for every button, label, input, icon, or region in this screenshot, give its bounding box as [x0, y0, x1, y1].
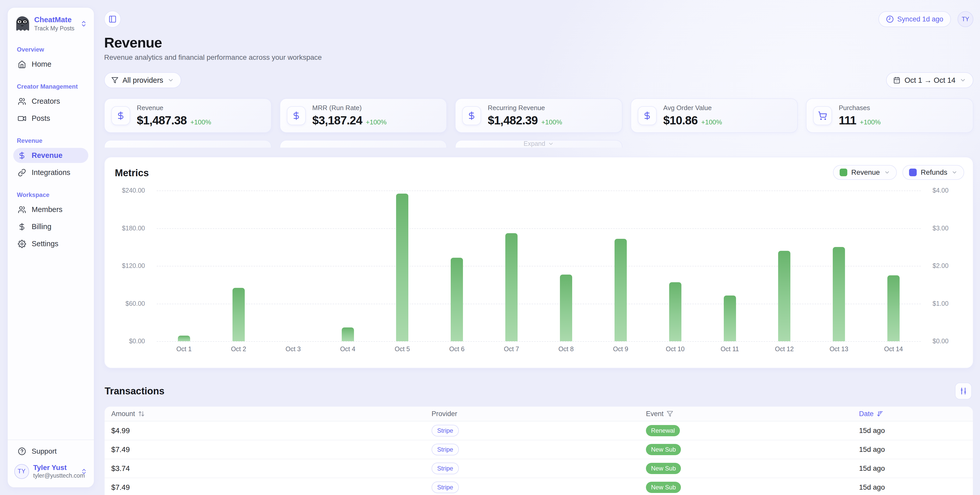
- stat-delta: +100%: [190, 118, 211, 126]
- user-avatar: TY: [14, 464, 29, 479]
- column-header-event[interactable]: Event: [646, 410, 859, 418]
- nav-item-icon: [18, 169, 26, 177]
- user-menu[interactable]: TY Tyler Yust tyler@yusttech.com: [13, 461, 88, 481]
- legend-label: Refunds: [921, 168, 947, 177]
- nav-list: Creators Posts: [13, 94, 88, 126]
- x-axis-label: Oct 1: [161, 345, 207, 353]
- table-settings-button[interactable]: [955, 383, 972, 399]
- clock-icon: [886, 15, 894, 23]
- stat-card: Recurring Revenue $1,482.39 +100%: [455, 98, 622, 133]
- bar-oct-2: [232, 288, 245, 341]
- left-axis-tick: $120.00: [113, 262, 151, 270]
- legend-series-selector[interactable]: Revenue: [833, 165, 897, 180]
- bar-oct-8: [560, 275, 572, 341]
- sort-desc-icon: [877, 410, 883, 417]
- stat-label: Revenue: [137, 104, 211, 112]
- bar-oct-9: [614, 239, 627, 341]
- table-row[interactable]: $4.99 Stripe Renewal 15d ago: [105, 422, 973, 440]
- event-badge: Renewal: [646, 425, 680, 436]
- nav-item-label: Home: [32, 60, 51, 69]
- provider-badge: Stripe: [431, 463, 459, 474]
- chevron-down-icon: [167, 77, 174, 83]
- chevron-down-icon: [951, 169, 958, 176]
- legend-series-selector[interactable]: Refunds: [902, 165, 964, 180]
- sidebar-item-integrations[interactable]: Integrations: [13, 165, 88, 180]
- stat-label: Avg Order Value: [663, 104, 722, 112]
- nav-item-icon: [18, 206, 26, 214]
- table-row[interactable]: $7.49 Stripe New Sub 15d ago: [105, 440, 973, 459]
- nav-item-label: Revenue: [32, 151, 62, 160]
- stat-value: $1,482.39: [488, 113, 538, 127]
- nav-item-icon: [18, 152, 26, 160]
- sidebar-footer: Support TY Tyler Yust tyler@yusttech.com: [8, 439, 94, 483]
- left-axis-tick: $240.00: [113, 187, 151, 194]
- stat-value: $3,187.24: [312, 113, 363, 127]
- sidebar-item-home[interactable]: Home: [13, 57, 88, 72]
- nav-section-label: Creator Management: [13, 83, 88, 90]
- synced-badge: Synced 1d ago: [878, 11, 951, 27]
- nav-item-icon: [18, 115, 26, 123]
- transactions-title: Transactions: [105, 386, 164, 397]
- stats-collapsed-row: Expand: [104, 140, 974, 148]
- x-axis-label: Oct 9: [598, 345, 644, 353]
- stat-value: $10.86: [663, 113, 698, 127]
- date-range-button[interactable]: Oct 1 → Oct 14: [886, 72, 974, 88]
- sort-updown-icon: [138, 410, 145, 417]
- stat-delta: +100%: [860, 118, 881, 126]
- help-circle-icon: [18, 447, 26, 455]
- provider-badge: Stripe: [431, 425, 459, 436]
- sidebar-item-settings[interactable]: Settings: [13, 236, 88, 251]
- sidebar-item-billing[interactable]: Billing: [13, 219, 88, 234]
- sidebar-item-support[interactable]: Support: [13, 445, 88, 461]
- date-range-label: Oct 1 → Oct 14: [904, 76, 956, 85]
- page-subtitle: Revenue analytics and financial performa…: [104, 53, 974, 62]
- expand-stats-button[interactable]: Expand: [519, 140, 558, 147]
- table-row[interactable]: $7.49 Stripe New Sub 15d ago: [105, 478, 973, 495]
- nav-section: Workspace Members Billing Settings: [13, 191, 88, 251]
- bar-oct-12: [778, 251, 791, 341]
- event-badge: New Sub: [646, 444, 681, 455]
- sidebar-toggle-button[interactable]: [104, 11, 121, 27]
- nav-item-icon: [18, 60, 26, 69]
- user-name: Tyler Yust: [33, 463, 76, 472]
- transactions-header: Transactions: [105, 383, 972, 399]
- stats-row: Revenue $1,487.38 +100% MRR (Run Rate) $…: [104, 98, 974, 133]
- column-header-provider[interactable]: Provider: [431, 410, 646, 418]
- gridline: [157, 341, 921, 342]
- sidebar-item-revenue[interactable]: Revenue: [13, 148, 88, 163]
- panel-left-icon: [108, 15, 117, 23]
- support-label: Support: [32, 447, 57, 455]
- stat-card: MRR (Run Rate) $3,187.24 +100%: [280, 98, 447, 133]
- bar-oct-7: [505, 233, 517, 341]
- x-axis-label: Oct 8: [543, 345, 589, 353]
- hidden-stat-card: [104, 140, 272, 148]
- bar-oct-6: [451, 258, 463, 341]
- chevron-down-icon: [884, 169, 890, 176]
- stat-label: Purchases: [838, 104, 880, 112]
- x-axis-label: Oct 2: [216, 345, 262, 353]
- workspace-switcher[interactable]: CheatMate Track My Posts: [13, 15, 88, 35]
- sidebar-item-posts[interactable]: Posts: [13, 111, 88, 126]
- transactions-table: Amount Provider Event Date $4.99 Stripe …: [104, 406, 974, 495]
- sidebar-item-creators[interactable]: Creators: [13, 94, 88, 109]
- chevron-down-icon: [548, 141, 554, 147]
- app-name: CheatMate: [34, 16, 76, 24]
- stat-value: $1,487.38: [137, 113, 187, 127]
- column-header-amount[interactable]: Amount: [111, 410, 431, 418]
- table-row[interactable]: $3.74 Stripe New Sub 15d ago: [105, 459, 973, 478]
- topbar-avatar[interactable]: TY: [958, 11, 974, 27]
- provider-filter-button[interactable]: All providers: [104, 72, 181, 88]
- stat-label: Recurring Revenue: [488, 104, 562, 112]
- sidebar-item-members[interactable]: Members: [13, 202, 88, 217]
- x-axis-label: Oct 6: [434, 345, 480, 353]
- stat-label: MRR (Run Rate): [312, 104, 387, 112]
- legend-swatch: [909, 169, 917, 176]
- gridline: [157, 190, 921, 191]
- legend-swatch: [840, 169, 847, 176]
- chevron-down-icon: [959, 77, 966, 83]
- nav-item-label: Settings: [32, 240, 59, 248]
- hidden-stat-card: [280, 140, 447, 148]
- nav-item-icon: [18, 97, 26, 105]
- app-logo-ghost-icon: [14, 15, 30, 32]
- column-header-date[interactable]: Date: [859, 410, 966, 418]
